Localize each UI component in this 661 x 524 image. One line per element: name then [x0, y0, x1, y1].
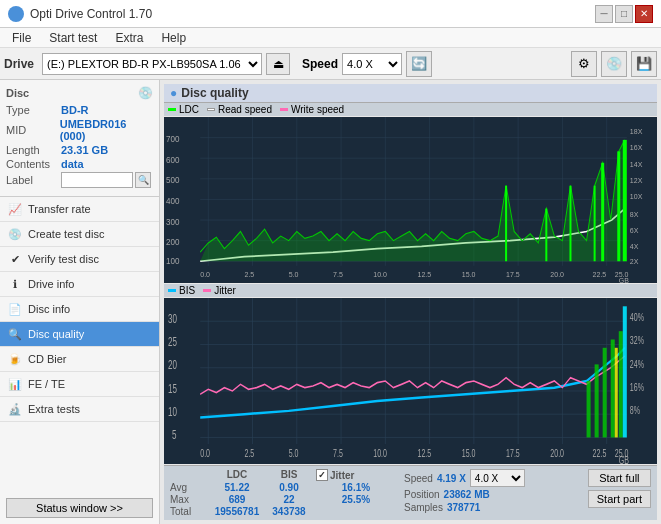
stats-header-row: LDC BIS ✓ Jitter: [170, 469, 396, 481]
drive-label: Drive: [4, 57, 34, 71]
sidebar-item-fe-te[interactable]: 📊 FE / TE: [0, 372, 159, 397]
eject-button[interactable]: ⏏: [266, 53, 290, 75]
speed-select[interactable]: 4.0 X: [470, 469, 525, 487]
disc-type-label: Type: [6, 104, 61, 116]
sidebar-item-disc-quality[interactable]: 🔍 Disc quality: [0, 322, 159, 347]
menu-start-test[interactable]: Start test: [41, 29, 105, 47]
sidebar-item-create-test-disc-label: Create test disc: [28, 228, 104, 240]
sidebar-item-cd-bier[interactable]: 🍺 CD Bier: [0, 347, 159, 372]
menu-help[interactable]: Help: [153, 29, 194, 47]
speed-label: Speed: [302, 57, 338, 71]
sidebar-item-transfer-rate[interactable]: 📈 Transfer rate: [0, 197, 159, 222]
extra-tests-icon: 🔬: [8, 402, 22, 416]
svg-text:5.0: 5.0: [289, 270, 299, 280]
sidebar-item-verify-test-disc[interactable]: ✔ Verify test disc: [0, 247, 159, 272]
start-part-button[interactable]: Start part: [588, 490, 651, 508]
svg-text:10X: 10X: [630, 192, 643, 202]
sidebar-item-drive-info[interactable]: ℹ Drive info: [0, 272, 159, 297]
svg-text:2.5: 2.5: [244, 446, 254, 459]
save-button[interactable]: 💾: [631, 51, 657, 77]
disc-label-button[interactable]: 🔍: [135, 172, 151, 188]
bis-legend: BIS: [168, 285, 195, 296]
svg-text:GB: GB: [619, 276, 629, 283]
svg-text:15: 15: [168, 381, 177, 396]
svg-text:17.5: 17.5: [506, 446, 520, 459]
svg-text:0.0: 0.0: [200, 270, 210, 280]
position-value: 23862 MB: [444, 489, 490, 500]
svg-text:20: 20: [168, 357, 177, 372]
verify-test-disc-icon: ✔: [8, 252, 22, 266]
svg-text:200: 200: [166, 237, 180, 248]
disc-button[interactable]: 💿: [601, 51, 627, 77]
total-bis: 343738: [264, 506, 314, 517]
speed-row: Speed 4.19 X 4.0 X: [404, 469, 525, 487]
svg-text:12.5: 12.5: [418, 446, 432, 459]
close-button[interactable]: ✕: [635, 5, 653, 23]
speed-select[interactable]: 4.0 X: [342, 53, 402, 75]
svg-rect-88: [615, 348, 618, 438]
svg-text:600: 600: [166, 154, 180, 165]
write-speed-legend: Write speed: [280, 104, 344, 115]
minimize-button[interactable]: ─: [595, 5, 613, 23]
drive-select[interactable]: (E:) PLEXTOR BD-R PX-LB950SA 1.06: [42, 53, 262, 75]
settings-button[interactable]: ⚙: [571, 51, 597, 77]
ldc-legend-label: LDC: [179, 104, 199, 115]
stats-area: LDC BIS ✓ Jitter Avg 51.22 0.90 16.1%: [164, 465, 657, 520]
sidebar-item-disc-info-label: Disc info: [28, 303, 70, 315]
read-speed-legend-dot: [207, 108, 215, 111]
svg-text:2.5: 2.5: [244, 270, 254, 280]
svg-text:300: 300: [166, 216, 180, 227]
avg-bis: 0.90: [264, 482, 314, 493]
svg-text:30: 30: [168, 311, 177, 326]
sidebar-nav: 📈 Transfer rate 💿 Create test disc ✔ Ver…: [0, 197, 159, 422]
charts-container: LDC Read speed Write speed: [164, 103, 657, 520]
position-label: Position: [404, 489, 440, 500]
jitter-check-container: ✓ Jitter: [316, 469, 396, 481]
stats-jitter-header: Jitter: [330, 470, 354, 481]
titlebar-left: Opti Drive Control 1.70: [8, 6, 152, 22]
menu-file[interactable]: File: [4, 29, 39, 47]
refresh-button[interactable]: 🔄: [406, 51, 432, 77]
disc-panel: Disc 💿 Type BD-R MID UMEBDR016 (000) Len…: [0, 80, 159, 197]
bis-legend-dot: [168, 289, 176, 292]
status-window-button[interactable]: Status window >>: [6, 498, 153, 518]
sidebar-item-fe-te-label: FE / TE: [28, 378, 65, 390]
disc-contents-label: Contents: [6, 158, 61, 170]
sidebar-item-create-test-disc[interactable]: 💿 Create test disc: [0, 222, 159, 247]
svg-rect-87: [623, 306, 627, 437]
disc-contents-value: data: [61, 158, 84, 170]
disc-mid-row: MID UMEBDR016 (000): [6, 118, 153, 142]
total-label: Total: [170, 506, 210, 517]
svg-text:22.5: 22.5: [593, 270, 607, 280]
chart-title: Disc quality: [181, 86, 248, 100]
stats-total-row: Total 19556781 343738: [170, 506, 396, 517]
sidebar-item-extra-tests-label: Extra tests: [28, 403, 80, 415]
start-buttons: Start full Start part: [588, 469, 651, 508]
svg-text:25: 25: [168, 334, 177, 349]
app-icon: [8, 6, 24, 22]
svg-text:5: 5: [172, 427, 176, 442]
disc-label-input[interactable]: [61, 172, 133, 188]
maximize-button[interactable]: □: [615, 5, 633, 23]
main-area: Disc 💿 Type BD-R MID UMEBDR016 (000) Len…: [0, 80, 661, 524]
svg-text:5.0: 5.0: [289, 446, 299, 459]
svg-text:15.0: 15.0: [462, 270, 476, 280]
sidebar-item-extra-tests[interactable]: 🔬 Extra tests: [0, 397, 159, 422]
svg-rect-85: [611, 340, 615, 438]
svg-text:4X: 4X: [630, 241, 639, 251]
max-bis: 22: [264, 494, 314, 505]
svg-text:7.5: 7.5: [333, 270, 343, 280]
svg-text:8X: 8X: [630, 209, 639, 219]
sidebar-item-disc-quality-label: Disc quality: [28, 328, 84, 340]
svg-text:10.0: 10.0: [373, 270, 387, 280]
start-full-button[interactable]: Start full: [588, 469, 651, 487]
max-jitter: 25.5%: [316, 494, 396, 505]
sidebar-item-disc-info[interactable]: 📄 Disc info: [0, 297, 159, 322]
max-label: Max: [170, 494, 210, 505]
svg-text:24%: 24%: [630, 357, 644, 370]
menu-extra[interactable]: Extra: [107, 29, 151, 47]
samples-value: 378771: [447, 502, 480, 513]
chart-area: ● Disc quality LDC Read speed Write spee…: [160, 80, 661, 524]
avg-label: Avg: [170, 482, 210, 493]
jitter-checkbox[interactable]: ✓: [316, 469, 328, 481]
